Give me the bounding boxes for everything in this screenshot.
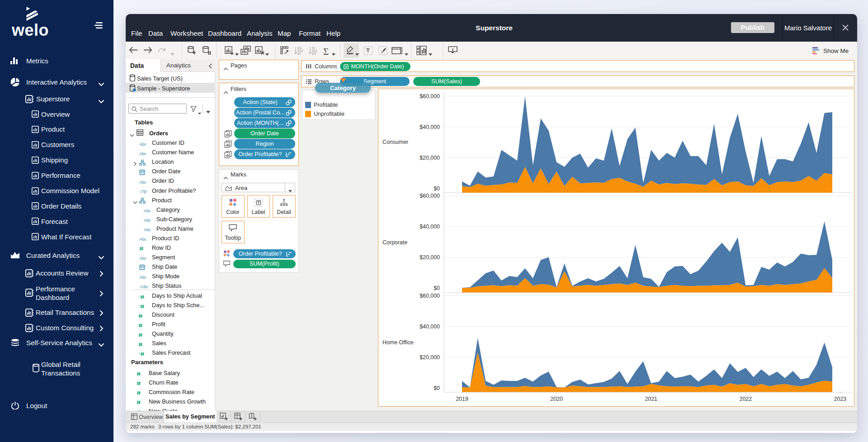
svg-text:$20,000: $20,000 (420, 354, 440, 361)
svg-text:$60,000: $60,000 (420, 93, 440, 100)
svg-text:$40,000: $40,000 (420, 223, 440, 230)
svg-text:Abc: Abc (139, 275, 146, 280)
svg-text:=: = (138, 352, 140, 355)
svg-text:Abc: Abc (139, 142, 146, 147)
svg-text:$0: $0 (434, 385, 440, 391)
svg-text:$40,000: $40,000 (420, 323, 440, 330)
svg-text:$60,000: $60,000 (420, 193, 440, 199)
svg-text:Abc: Abc (139, 256, 146, 261)
svg-text:Abc: Abc (139, 152, 146, 156)
svg-text:$0: $0 (434, 285, 440, 291)
svg-text:Abc: Abc (144, 228, 151, 232)
svg-text:Consumer: Consumer (382, 139, 408, 145)
svg-text:2021: 2021 (645, 396, 657, 402)
svg-text:=T|F: =T|F (139, 190, 147, 194)
svg-text:2023: 2023 (834, 396, 847, 402)
svg-text:2022: 2022 (740, 396, 752, 402)
svg-text:=: = (138, 295, 140, 298)
svg-text:Abc: Abc (144, 218, 151, 223)
svg-text:2020: 2020 (550, 396, 563, 402)
svg-text:$40,000: $40,000 (420, 124, 440, 130)
svg-text:Abc: Abc (141, 285, 148, 289)
svg-text:Abc: Abc (139, 180, 146, 185)
svg-text:Abc: Abc (144, 209, 151, 213)
svg-text:$0: $0 (434, 185, 440, 192)
svg-text:$20,000: $20,000 (420, 254, 440, 261)
svg-text:Corporate: Corporate (382, 239, 407, 246)
svg-text:$60,000: $60,000 (420, 293, 440, 299)
svg-text:=: = (138, 304, 140, 308)
svg-text:Home Office: Home Office (382, 339, 414, 346)
svg-text:Abc: Abc (139, 237, 146, 242)
svg-text:$20,000: $20,000 (420, 155, 440, 161)
svg-text:2019: 2019 (456, 396, 468, 402)
